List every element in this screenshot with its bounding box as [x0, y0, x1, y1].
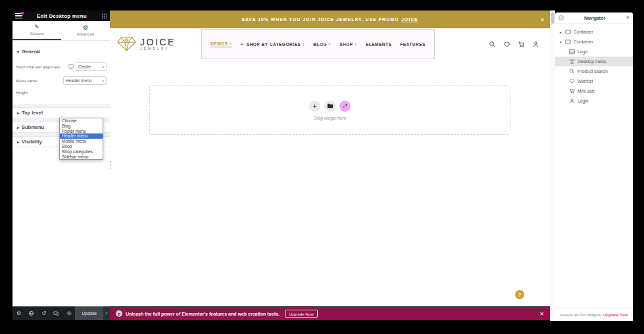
- menu-rack-icon: [569, 59, 575, 64]
- chevron-right-icon: ▸: [17, 125, 19, 130]
- upgrade-now-button[interactable]: Upgrade Now: [285, 310, 318, 318]
- gear-icon: ⚙: [83, 25, 88, 31]
- section-title: Submenu: [22, 124, 44, 130]
- control-label: Height: [16, 90, 28, 95]
- tree-item-wishlist[interactable]: Wishlist: [555, 76, 633, 86]
- logo-title: JOICE: [140, 38, 176, 47]
- tree-item-mini-cart[interactable]: Mini cart: [555, 86, 633, 96]
- site-logo[interactable]: JOICE JEWELRY: [116, 36, 176, 52]
- diamond-logo-icon: [116, 36, 137, 52]
- nav-item-shop[interactable]: SHOP∨: [339, 42, 357, 47]
- promo-link[interactable]: JOICE: [401, 17, 418, 22]
- history-icon[interactable]: ↺: [37, 310, 50, 316]
- responsive-devices-icon[interactable]: [50, 310, 62, 316]
- navigator-close-icon[interactable]: ✕: [626, 15, 630, 20]
- settings-gear-icon[interactable]: ⚙: [12, 310, 25, 316]
- menu-name-dropdown: Choose Blog Footer menu Header menu Mobi…: [59, 118, 103, 160]
- logo-text: JOICE JEWELRY: [140, 38, 176, 51]
- height-control: Height: [12, 90, 110, 95]
- panel-header: Edit Desktop menu: [12, 11, 110, 21]
- nav-item-shop-by-categories[interactable]: ≡ SHOP BY CATEGORIES∨: [241, 41, 305, 47]
- nav-item-elements[interactable]: ELEMENTS: [366, 42, 391, 47]
- tab-content[interactable]: ✎ Content: [12, 21, 61, 40]
- tab-advanced[interactable]: ⚙ Advanced: [61, 21, 110, 40]
- widget-dropzone[interactable]: + Drag widget here: [149, 85, 510, 135]
- alignment-control: Horizontal self alignment Center ▾: [12, 62, 110, 71]
- promo-close-icon[interactable]: ✕: [540, 16, 545, 22]
- nav-item-features[interactable]: FEATURES: [400, 42, 426, 47]
- search-icon: [569, 68, 575, 74]
- menu-name-select[interactable]: Header menu ▾: [63, 76, 107, 85]
- add-widget-button[interactable]: +: [309, 101, 320, 112]
- section-header-top-level[interactable]: ▸ Top level: [12, 107, 110, 118]
- notification-dot: [21, 12, 24, 14]
- select-value: Center: [78, 64, 91, 69]
- canvas-scrollbar-thumb[interactable]: [551, 12, 555, 24]
- dropdown-option-selected[interactable]: Header menu: [60, 133, 103, 139]
- control-label: Menu name: [16, 78, 37, 83]
- alignment-select[interactable]: Center ▾: [76, 62, 107, 71]
- preview-eye-icon[interactable]: [62, 310, 75, 316]
- site-header: JOICE JEWELRY DEMOS∨ ≡ SHOP BY CATEGORIE…: [110, 28, 550, 60]
- selected-desktop-menu-widget[interactable]: DEMOS∨ ≡ SHOP BY CATEGORIES∨ BLOG∨ SHOP∨…: [201, 29, 435, 59]
- publish-options-chevron[interactable]: ^: [103, 306, 110, 320]
- widgets-grid-icon[interactable]: [101, 13, 107, 19]
- dropdown-option[interactable]: Choose: [60, 118, 103, 124]
- ai-sparkle-icon: [342, 103, 349, 109]
- promo-text: SAVE 10% WHEN YOU JOIN JOICE JEWELRY, US…: [241, 17, 418, 22]
- chevron-down-icon: ▾: [17, 49, 19, 54]
- hamburger-menu-icon[interactable]: [15, 13, 22, 18]
- dropdown-option[interactable]: Shop categories: [60, 149, 103, 155]
- caret-down-icon: ▾: [102, 79, 104, 83]
- caret-down-icon: ▾: [102, 65, 104, 69]
- ai-builder-button[interactable]: [339, 101, 351, 112]
- chevron-down-icon: ∨: [302, 42, 305, 46]
- monitor-icon[interactable]: [68, 64, 74, 70]
- chevron-down-icon: ∨: [328, 42, 331, 46]
- tree-item-product-search[interactable]: Product search: [555, 66, 633, 76]
- hamburger-icon: ≡: [241, 41, 244, 47]
- help-badge[interactable]: ?: [515, 290, 524, 299]
- cart-icon[interactable]: [518, 41, 525, 48]
- tree-item-logo[interactable]: Logo: [555, 47, 633, 57]
- navigator-header: Navigator ✕: [555, 12, 633, 24]
- plus-icon: +: [313, 103, 317, 110]
- menu-name-control: Menu name Header menu ▾: [12, 76, 110, 85]
- search-icon[interactable]: [489, 41, 496, 48]
- collapse-all-icon[interactable]: [558, 15, 564, 20]
- user-account-icon[interactable]: [532, 41, 539, 48]
- select-value: Header menu: [66, 78, 91, 83]
- section-title: Visibility: [22, 139, 42, 145]
- dropdown-option[interactable]: Footer menu: [60, 129, 103, 134]
- navigator-tree: ▸ Container ▾ Container Logo: [555, 24, 633, 106]
- panel-resize-handle[interactable]: [110, 161, 112, 169]
- user-icon: [569, 98, 575, 104]
- tree-item-desktop-menu[interactable]: Desktop menu: [555, 57, 633, 66]
- panel-footer: ⚙ ↺ Update ^: [12, 306, 110, 320]
- tree-item-container[interactable]: ▾ Container: [555, 37, 633, 47]
- dropdown-option[interactable]: Shop: [60, 144, 103, 149]
- dropdown-option[interactable]: Mobile menu: [60, 139, 103, 144]
- cart-icon: [569, 88, 575, 94]
- general-section: ▾ General Horizontal self alignment Cent…: [12, 41, 110, 104]
- pro-widgets-text: Access all Pro widgets.: [560, 312, 602, 317]
- section-title: Top level: [22, 110, 43, 116]
- template-folder-button[interactable]: [324, 101, 335, 112]
- dropdown-option[interactable]: Blog: [60, 124, 103, 129]
- tree-item-login[interactable]: Login: [555, 96, 633, 106]
- elementor-editor: Edit Desktop menu ✎ Content ⚙ Advanced ▾: [0, 0, 644, 334]
- upgrade-now-link[interactable]: Upgrade Now: [603, 312, 628, 317]
- section-header-general[interactable]: ▾ General: [12, 41, 110, 60]
- control-label: Horizontal self alignment: [16, 64, 61, 69]
- header-utility-icons: [489, 28, 539, 60]
- nav-item-blog[interactable]: BLOG∨: [313, 42, 331, 47]
- nav-item-demos[interactable]: DEMOS∨: [211, 41, 232, 47]
- promo-banner: SAVE 10% WHEN YOU JOIN JOICE JEWELRY, US…: [110, 11, 550, 28]
- notification-close-icon[interactable]: ✕: [539, 311, 544, 317]
- update-button[interactable]: Update: [75, 306, 103, 320]
- globe-icon[interactable]: [25, 310, 37, 316]
- tab-label: Content: [30, 32, 43, 36]
- wishlist-heart-icon[interactable]: [503, 41, 510, 48]
- tree-item-container[interactable]: ▸ Container: [555, 27, 633, 37]
- dropdown-option[interactable]: Sidebar menu: [60, 155, 103, 160]
